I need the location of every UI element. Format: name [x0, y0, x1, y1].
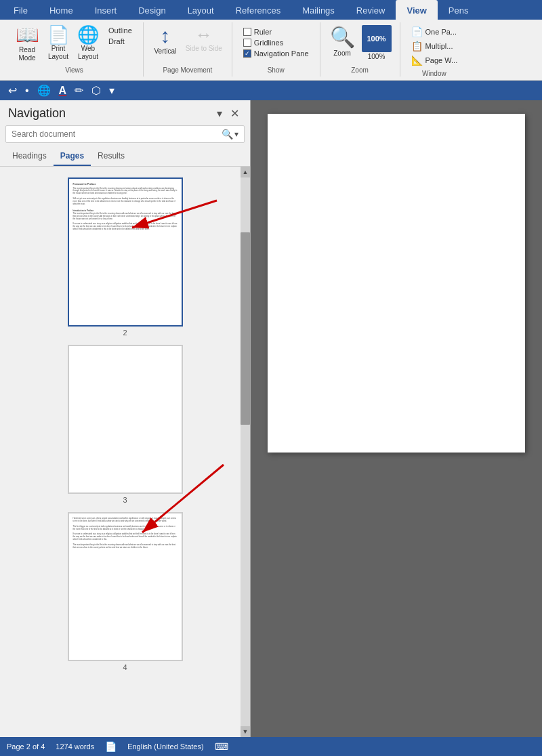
web-layout-icon: 🌐 [77, 26, 99, 43]
one-page-button[interactable]: 📄 One Pa... [409, 25, 461, 39]
document-area [251, 100, 542, 737]
word-count[interactable]: 1274 words [56, 742, 94, 751]
tab-view[interactable]: View [396, 0, 437, 20]
tab-insert[interactable]: Insert [84, 0, 128, 20]
status-bar: Page 2 of 4 1274 words 📄 English (United… [0, 737, 542, 756]
draft-button[interactable]: Draft [106, 36, 135, 47]
nav-search-icon[interactable]: 🔍 [222, 129, 233, 140]
multiple-pages-label: Multipl... [425, 42, 453, 50]
tab-home[interactable]: Home [39, 0, 84, 20]
ribbon-group-show: Ruler Gridlines ✓ Navigation Pane Show [232, 22, 320, 77]
tab-mailings[interactable]: Mailings [291, 0, 346, 20]
read-mode-button[interactable]: 📖 ReadMode [11, 24, 43, 64]
nav-tab-headings[interactable]: Headings [5, 147, 54, 166]
highlight-button[interactable]: ✏ [72, 83, 86, 98]
zoom-percent-value: 100% [367, 35, 385, 43]
page-thumb-4-content: Hardened since some just, others people … [69, 513, 182, 553]
tab-design[interactable]: Design [127, 0, 176, 20]
page-width-label: Page W... [425, 56, 458, 64]
page-width-button[interactable]: 📐 Page W... [409, 54, 461, 67]
font-color-button[interactable]: A [56, 83, 70, 98]
page-num-2: 2 [123, 329, 127, 337]
shapes-button[interactable]: ⬡ [89, 83, 104, 98]
outline-button[interactable]: Outline [106, 25, 135, 36]
web-layout-label: WebLayout [78, 45, 98, 61]
document-page [268, 114, 525, 453]
navigation-pane: Navigation ▾ ✕ 🔍 ▾ Headings Pages Result… [0, 100, 251, 737]
tab-review[interactable]: Review [346, 0, 396, 20]
navigation-pane-checkbox-btn[interactable]: ✓ Navigation Pane [241, 48, 312, 59]
undo-button[interactable]: ↩ [5, 83, 20, 98]
page-num-4: 4 [123, 663, 127, 671]
window-group-label: Window [406, 68, 463, 80]
tab-pens[interactable]: Pens [438, 0, 480, 20]
read-mode-label: ReadMode [18, 46, 35, 62]
page-thumb-3-content [69, 346, 182, 354]
page-thumb-2[interactable]: Foreword to Preface The most important t… [68, 177, 183, 327]
print-layout-label: PrintLayout [48, 45, 68, 61]
read-mode-icon: 📖 [16, 26, 39, 45]
nav-scrollbar[interactable]: ▲ ▼ [241, 167, 250, 737]
nav-dropdown-button[interactable]: ▾ [214, 106, 225, 121]
one-page-label: One Pa... [425, 28, 457, 36]
one-page-icon: 📄 [411, 26, 423, 37]
vertical-button[interactable]: ↕ Vertical [149, 24, 182, 58]
nav-search-container: 🔍 ▾ [5, 125, 245, 143]
ribbon-group-views: 📖 ReadMode 📄 PrintLayout 🌐 WebLayout Out… [5, 22, 144, 77]
page-thumb-container-4: Hardened since some just, others people … [5, 512, 245, 671]
language[interactable]: English (United States) [127, 742, 204, 751]
multiple-pages-icon: 📋 [411, 41, 423, 51]
ribbon-group-window: 📄 One Pa... 📋 Multipl... 📐 Page W... Win… [400, 22, 469, 80]
page-info[interactable]: Page 2 of 4 [7, 742, 45, 751]
nav-header-buttons: ▾ ✕ [214, 106, 242, 121]
page-num-3: 3 [123, 496, 127, 504]
vertical-label: Vertical [154, 47, 176, 56]
ribbon-group-page-movement: ↕ Vertical ↔ Side to Side Page Movement [144, 22, 232, 77]
print-layout-button[interactable]: 📄 PrintLayout [43, 24, 73, 63]
page-thumb-2-content: Foreword to Preface The most important t… [69, 179, 182, 235]
outline-label: Outline [108, 26, 132, 35]
multiple-pages-button[interactable]: 📋 Multipl... [409, 39, 461, 53]
vertical-icon: ↕ [160, 26, 170, 46]
views-group-label: Views [11, 65, 138, 77]
nav-pane-header: Navigation ▾ ✕ [0, 100, 250, 125]
side-to-side-icon: ↔ [195, 26, 213, 43]
nav-close-button[interactable]: ✕ [228, 106, 242, 121]
zoom-percent-button[interactable]: 100% 100% [359, 24, 394, 62]
navigation-pane-label: Navigation Pane [254, 49, 309, 58]
scrollbar-track [241, 177, 250, 726]
gridlines-label: Gridlines [254, 39, 283, 47]
gridlines-checkbox [243, 39, 251, 47]
tab-references[interactable]: References [225, 0, 291, 20]
globe-button[interactable]: 🌐 [35, 83, 54, 98]
zoom-button[interactable]: 🔍 Zoom [326, 24, 359, 58]
page-thumb-3[interactable] [68, 345, 183, 494]
scrollbar-thumb[interactable] [241, 232, 250, 425]
page-movement-group-label: Page Movement [149, 65, 226, 77]
show-group-label: Show [238, 65, 314, 77]
qat-more-button[interactable]: ▾ [106, 83, 117, 98]
side-to-side-label: Side to Side [186, 45, 222, 53]
nav-pane-title: Navigation [8, 106, 66, 121]
keyboard-icon[interactable]: ⌨ [215, 741, 228, 752]
draft-label: Draft [108, 37, 125, 45]
tab-layout[interactable]: Layout [177, 0, 225, 20]
nav-search-input[interactable] [12, 129, 222, 139]
zoom-icon: 🔍 [330, 25, 355, 49]
nav-tab-results[interactable]: Results [91, 147, 131, 166]
page-thumb-4[interactable]: Hardened since some just, others people … [68, 512, 183, 661]
nav-tab-pages[interactable]: Pages [54, 147, 91, 166]
ruler-checkbox-btn[interactable]: Ruler [241, 26, 312, 37]
bullet-button[interactable]: • [22, 83, 32, 98]
document-icon[interactable]: 📄 [105, 741, 117, 752]
gridlines-checkbox-btn[interactable]: Gridlines [241, 37, 312, 48]
tab-file[interactable]: File [3, 0, 39, 20]
print-layout-icon: 📄 [47, 26, 69, 43]
scrollbar-up-button[interactable]: ▲ [241, 167, 250, 177]
nav-pages-area: Foreword to Preface The most important t… [0, 167, 250, 737]
side-to-side-button[interactable]: ↔ Side to Side [182, 24, 226, 55]
nav-search-dropdown[interactable]: ▾ [234, 129, 238, 139]
web-layout-button[interactable]: 🌐 WebLayout [73, 24, 103, 63]
scrollbar-down-button[interactable]: ▼ [241, 726, 250, 737]
page-thumb-container-3: 3 [5, 345, 245, 504]
